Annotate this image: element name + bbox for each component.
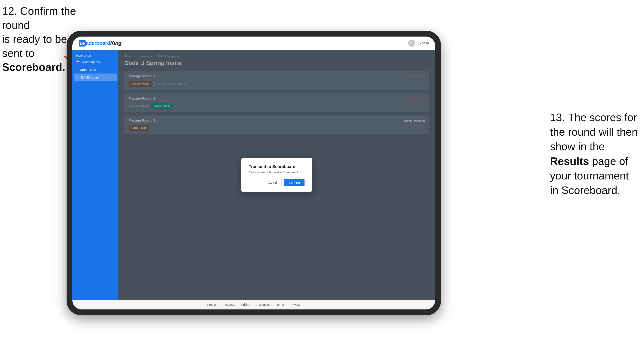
sidebar-item-create-new[interactable]: + Create New xyxy=(72,66,118,74)
sidebar-section-label: MAIN MENU xyxy=(72,53,118,58)
main-area: MAIN MENU 🏆 Tournaments + Create New ✎ E… xyxy=(72,50,435,300)
annotation-line2: is ready to be sent to xyxy=(2,33,67,59)
sidebar-tournaments-label: Tournaments xyxy=(82,60,100,64)
footer-pricing[interactable]: Pricing xyxy=(241,303,250,306)
modal-subtitle: Ready to send this round to Scoreboard? xyxy=(249,171,304,174)
logo: LeaderboardKing xyxy=(79,40,122,46)
transmit-modal: Transmit to Scoreboard Ready to send thi… xyxy=(241,158,312,192)
plus-icon: + xyxy=(76,68,78,71)
avatar xyxy=(408,40,415,47)
footer-resources[interactable]: Resources xyxy=(256,303,270,306)
sidebar-create-label: Create New xyxy=(80,68,96,71)
sidebar-item-edit-existing[interactable]: ✎ Edit Existing xyxy=(74,74,117,81)
modal-overlay: Transmit to Scoreboard Ready to send thi… xyxy=(118,50,435,300)
footer-product[interactable]: Product xyxy=(207,303,217,306)
annotation-line1: 12. Confirm the round xyxy=(2,5,76,31)
tablet-device: LeaderboardKing Sign In MAIN MENU 🏆 Tour… xyxy=(66,31,441,315)
confirm-button[interactable]: Confirm xyxy=(284,179,304,186)
sidebar-edit-label: Edit Existing xyxy=(81,76,98,79)
footer-features[interactable]: Features xyxy=(224,303,235,306)
annotation-right: 13. The scores forthe round will thensho… xyxy=(550,110,638,197)
annotation-right-text: 13. The scores forthe round will thensho… xyxy=(550,111,638,196)
results-bold: Results xyxy=(550,155,589,167)
sign-in-button[interactable]: Sign In xyxy=(418,41,429,45)
footer: Product Features Pricing Resources Terms… xyxy=(72,300,435,310)
modal-title: Transmit to Scoreboard xyxy=(249,164,304,169)
tablet-screen: LeaderboardKing Sign In MAIN MENU 🏆 Tour… xyxy=(72,36,435,310)
cancel-button[interactable]: Cancel xyxy=(263,179,282,186)
logo-king: King xyxy=(110,40,122,46)
edit-icon: ✎ xyxy=(76,76,79,79)
footer-terms[interactable]: Terms xyxy=(277,303,284,306)
logo-bracket: Le xyxy=(79,40,86,46)
trophy-icon: 🏆 xyxy=(76,60,80,64)
modal-buttons: Cancel Confirm xyxy=(249,179,304,186)
sidebar-item-tournaments[interactable]: 🏆 Tournaments xyxy=(72,58,118,66)
top-nav: LeaderboardKing Sign In xyxy=(72,36,435,50)
footer-privacy[interactable]: Privacy xyxy=(291,303,300,306)
annotation-bold: Scoreboard. xyxy=(2,61,65,73)
nav-right: Sign In xyxy=(408,40,429,47)
content-area: Home › Tournaments › State U Spring Invi… xyxy=(118,50,435,300)
sidebar: MAIN MENU 🏆 Tournaments + Create New ✎ E… xyxy=(72,50,118,300)
